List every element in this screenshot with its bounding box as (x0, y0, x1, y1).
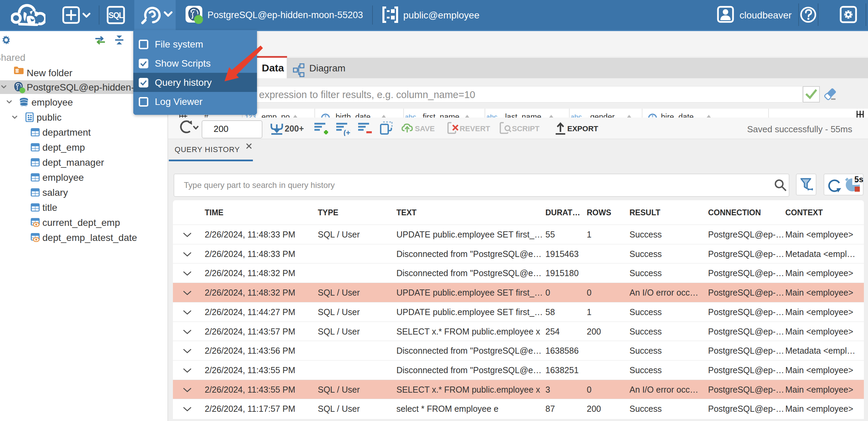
svg-text:(+): (+) (343, 128, 351, 136)
svg-text:SQL: SQL (109, 11, 124, 20)
